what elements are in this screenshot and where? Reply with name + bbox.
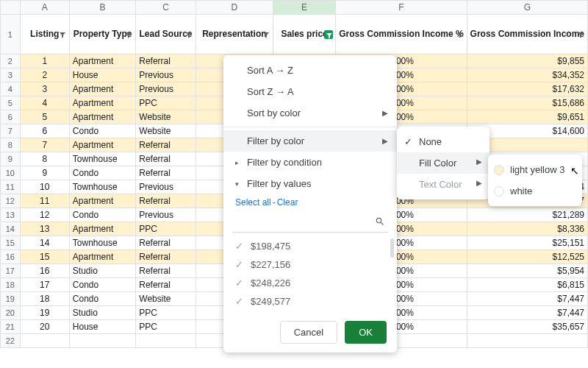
- filter-search-input[interactable]: [232, 215, 388, 233]
- cell[interactable]: $5,954: [467, 264, 587, 278]
- cell[interactable]: Townhouse: [69, 152, 135, 166]
- row-header[interactable]: 20: [1, 306, 21, 320]
- cell[interactable]: 7: [20, 138, 69, 152]
- filter-color-text[interactable]: Text Color▶: [397, 174, 490, 195]
- cell[interactable]: [20, 334, 69, 348]
- cell[interactable]: $21,289: [467, 208, 587, 222]
- header-b[interactable]: Property Type: [69, 15, 135, 54]
- cell[interactable]: Previous: [136, 180, 196, 194]
- cell[interactable]: 15: [20, 250, 69, 264]
- clear-link[interactable]: Clear: [277, 197, 298, 208]
- row-header[interactable]: 14: [1, 222, 21, 236]
- sort-by-color[interactable]: Sort by color▶: [223, 102, 397, 124]
- cell[interactable]: PPC: [136, 222, 196, 236]
- header-a[interactable]: Listing: [20, 15, 69, 54]
- sort-z-a[interactable]: Sort Z → A: [223, 81, 397, 102]
- col-header-A[interactable]: A: [20, 1, 69, 15]
- sort-a-z[interactable]: Sort A → Z: [223, 60, 397, 81]
- cell[interactable]: 20: [20, 320, 69, 334]
- col-header-E[interactable]: E: [273, 1, 335, 15]
- row-header[interactable]: 16: [1, 250, 21, 264]
- cell[interactable]: Previous: [136, 82, 196, 96]
- cell[interactable]: 1: [20, 54, 69, 68]
- cell[interactable]: Townhouse: [69, 180, 135, 194]
- cell[interactable]: Referral: [136, 138, 196, 152]
- cell[interactable]: 8: [20, 152, 69, 166]
- filter-value-item[interactable]: ✓$248,226: [234, 274, 391, 292]
- cell[interactable]: Referral: [136, 278, 196, 292]
- filter-by-values[interactable]: ▾Filter by values: [223, 173, 397, 194]
- row-header[interactable]: 19: [1, 292, 21, 306]
- row-header[interactable]: 11: [1, 180, 21, 194]
- row-header[interactable]: 5: [1, 96, 21, 110]
- row-header[interactable]: 18: [1, 278, 21, 292]
- cell[interactable]: Condo: [69, 166, 135, 180]
- filter-icon[interactable]: [124, 30, 133, 39]
- cell[interactable]: $17,632: [467, 82, 587, 96]
- cell[interactable]: 19: [20, 306, 69, 320]
- cell[interactable]: Referral: [136, 194, 196, 208]
- cell[interactable]: $9,855: [467, 54, 587, 68]
- cell[interactable]: Previous: [136, 68, 196, 82]
- cell[interactable]: $8,336: [467, 222, 587, 236]
- cell[interactable]: 16: [20, 264, 69, 278]
- cell[interactable]: 9: [20, 166, 69, 180]
- cell[interactable]: Studio: [69, 264, 135, 278]
- cell[interactable]: 14: [20, 236, 69, 250]
- cell[interactable]: $15,686: [467, 96, 587, 110]
- filter-color-fill[interactable]: Fill Color▶: [397, 152, 490, 174]
- cell[interactable]: [136, 334, 196, 348]
- row-header[interactable]: 2: [1, 54, 21, 68]
- cell[interactable]: Referral: [136, 236, 196, 250]
- row-header[interactable]: 10: [1, 166, 21, 180]
- cell[interactable]: 17: [20, 278, 69, 292]
- cell[interactable]: Apartment: [69, 138, 135, 152]
- cell[interactable]: Condo: [69, 278, 135, 292]
- cell[interactable]: 18: [20, 292, 69, 306]
- filter-icon[interactable]: [58, 30, 67, 39]
- filter-icon[interactable]: [456, 30, 465, 39]
- cell[interactable]: 10: [20, 180, 69, 194]
- select-all-link[interactable]: Select all: [235, 197, 271, 208]
- col-header-G[interactable]: G: [467, 1, 587, 15]
- header-d[interactable]: Representation: [196, 15, 273, 54]
- cell[interactable]: House: [69, 68, 135, 82]
- row-header[interactable]: 17: [1, 264, 21, 278]
- fill-color-option-lightyellow[interactable]: light yellow 3: [488, 159, 582, 180]
- filter-by-condition[interactable]: ▸Filter by condition: [223, 152, 397, 173]
- cancel-button[interactable]: Cancel: [280, 321, 337, 344]
- cell[interactable]: $6,815: [467, 278, 587, 292]
- cell[interactable]: [69, 334, 135, 348]
- header-g[interactable]: Gross Commission Income: [467, 15, 587, 54]
- header-f[interactable]: Gross Commission Income %: [336, 15, 467, 54]
- filter-icon[interactable]: [184, 30, 193, 39]
- cell[interactable]: Studio: [69, 306, 135, 320]
- cell[interactable]: $35,657: [467, 320, 587, 334]
- row-header[interactable]: 22: [1, 334, 21, 348]
- select-all-corner[interactable]: [1, 1, 21, 15]
- filter-by-color[interactable]: Filter by color▶: [223, 130, 397, 152]
- cell[interactable]: Apartment: [69, 222, 135, 236]
- cell[interactable]: $25,151: [467, 236, 587, 250]
- col-header-B[interactable]: B: [69, 1, 135, 15]
- cell[interactable]: Previous: [136, 208, 196, 222]
- cell[interactable]: 3: [20, 82, 69, 96]
- cell[interactable]: Referral: [136, 54, 196, 68]
- cell[interactable]: Condo: [69, 208, 135, 222]
- filter-value-item[interactable]: ✓$198,475: [234, 237, 391, 255]
- row-header[interactable]: 21: [1, 320, 21, 334]
- filter-value-item[interactable]: ✓$227,156: [234, 255, 391, 274]
- cell[interactable]: Townhouse: [69, 236, 135, 250]
- col-header-D[interactable]: D: [196, 1, 273, 15]
- cell[interactable]: Apartment: [69, 54, 135, 68]
- cell[interactable]: Apartment: [69, 82, 135, 96]
- filter-icon[interactable]: [576, 30, 585, 39]
- cell[interactable]: PPC: [136, 96, 196, 110]
- cell[interactable]: PPC: [136, 320, 196, 334]
- cell[interactable]: 6: [20, 124, 69, 138]
- fill-color-option-white[interactable]: white: [488, 180, 582, 202]
- cell[interactable]: Referral: [136, 152, 196, 166]
- filter-icon[interactable]: [324, 30, 333, 39]
- cell[interactable]: Condo: [69, 292, 135, 306]
- cell[interactable]: $7,447: [467, 306, 587, 320]
